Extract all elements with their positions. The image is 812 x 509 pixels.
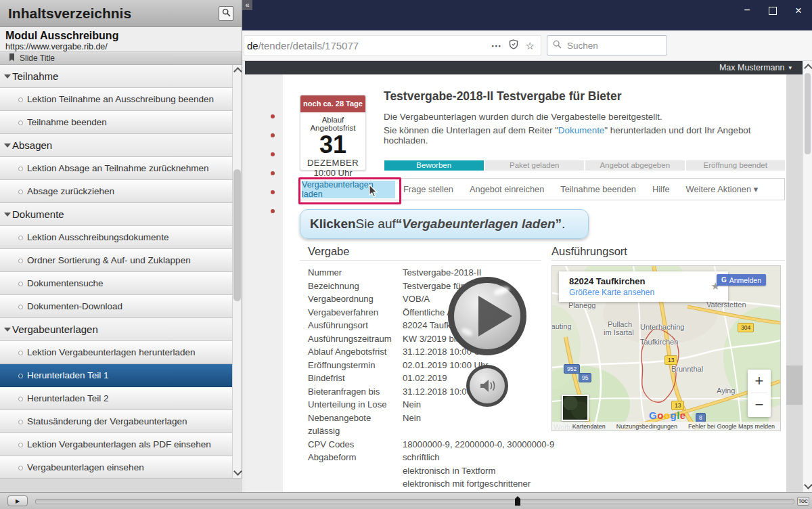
map-widget[interactable]: 82024 Taufkirchen Größere Karte ansehen … <box>551 265 781 431</box>
road-badge-8: 8 <box>696 413 706 422</box>
nutzungsbedingungen-link[interactable]: Nutzungsbedingungen <box>616 423 677 430</box>
toc-item[interactable]: Statusänderung der Vergabeunterlagen <box>0 410 233 433</box>
fehler-melden-link[interactable]: Fehler bei Google Maps melden <box>688 423 775 430</box>
toc-item[interactable]: Teilnahme beenden <box>0 111 233 134</box>
table-row: Bieteranfragen bis31.12.2018 10:00 Uhr <box>308 385 579 399</box>
toc-item[interactable]: Lektion Ausschreibungsdokumente <box>0 226 233 249</box>
player-seek-track[interactable] <box>35 499 794 504</box>
url-path: /tender/details/175077 <box>258 40 359 51</box>
signin-label: Anmelden <box>729 276 761 284</box>
toc-section-teilnahme[interactable]: Teilnahme <box>0 65 233 88</box>
scroll-up-icon[interactable] <box>233 67 242 76</box>
vergabeunterlagen-laden-button[interactable]: Vergabeunterlagen laden <box>302 181 395 198</box>
screen: Inhaltsverzeichnis Modul Ausschreibung h… <box>0 0 812 509</box>
player-play-button[interactable]: ▶ <box>7 495 28 506</box>
row-value: Nein <box>403 412 421 438</box>
abgabeform-line: elektronisch in Textform <box>403 464 550 478</box>
hilfe-button[interactable]: Hilfe <box>652 184 670 194</box>
player-toc-button[interactable]: TOC <box>797 497 809 506</box>
toc-slide-title-row[interactable]: Slide Title <box>0 52 242 65</box>
table-row: BezeichnungTestvergabe für Bieter <box>308 280 579 293</box>
map-zoom-control: + − <box>748 370 771 417</box>
table-row: Ausführungsort82024 Taufkirchen <box>308 319 579 332</box>
toc-section-label: Absagen <box>12 139 52 151</box>
bullet-icon <box>18 374 23 378</box>
table-row: Bindefrist01.02.2019 <box>308 372 579 385</box>
zoom-in-button[interactable]: + <box>748 370 771 393</box>
description-line1: Die Vergabeunterlagen wurden durch die V… <box>384 112 662 122</box>
toc-item-selected[interactable]: Herunterladen Teil 1 <box>0 364 233 387</box>
audio-mute-overlay-button[interactable] <box>466 365 508 407</box>
google-signin-button[interactable]: GAnmelden <box>717 274 766 286</box>
player-seek-handle[interactable] <box>515 496 520 506</box>
search-box[interactable] <box>547 35 667 56</box>
row-value-multiline: schriftlich elektronisch in Textform ele… <box>403 451 550 492</box>
video-play-overlay-button[interactable] <box>448 277 526 355</box>
bookmark-icon <box>9 53 15 64</box>
angebot-einreichen-button[interactable]: Angebot einreichen <box>470 184 544 194</box>
toc-item[interactable]: Ordner Sortierung & Auf- und Zuklappen <box>0 249 233 272</box>
bullet-icon <box>18 351 23 355</box>
toc-section-label: Teilnahme <box>12 70 58 82</box>
toc-item-label: Herunterladen Teil 2 <box>27 393 109 403</box>
toc-section-absagen[interactable]: Absagen <box>0 134 233 157</box>
close-button[interactable]: × <box>789 4 808 18</box>
row-label: Nebenangebote zulässig <box>308 412 403 438</box>
collapse-caret-icon <box>4 328 11 332</box>
toc-item[interactable]: Dokumentensuche <box>0 272 233 295</box>
bookmark-star-icon[interactable]: ☆ <box>526 40 535 52</box>
toc-item[interactable]: Vergabeunterlagen einsehen <box>0 456 233 479</box>
url-bar[interactable]: de /tender/details/175077 ⋯ ☆ <box>244 35 541 56</box>
road-badge-95: 95 <box>579 373 591 382</box>
zoom-out-button[interactable]: − <box>748 393 771 416</box>
shield-icon[interactable] <box>509 39 518 52</box>
table-row: Eröffnungstermin02.01.2019 10:00 Uhr <box>308 359 579 372</box>
page-actions-icon[interactable]: ⋯ <box>491 40 501 52</box>
toc-section-vergabeunterlagen[interactable]: Vergabeunterlagen <box>0 318 233 341</box>
minimize-button[interactable]: − <box>738 4 757 16</box>
toc-item[interactable]: Lektion Teilnahme an Ausschreibung beend… <box>0 88 233 111</box>
toc-item[interactable]: Dokumenten-Download <box>0 295 233 318</box>
toc-item[interactable]: Herunterladen Teil 2 <box>0 387 233 410</box>
map-label-brunnthal: Brunnthal <box>671 365 703 373</box>
teilnahme-beenden-button[interactable]: Teilnahme beenden <box>560 184 636 194</box>
timeline-dot <box>271 209 275 213</box>
toc-search-button[interactable] <box>219 6 233 21</box>
bullet-icon <box>18 236 23 240</box>
step-eroeffnung-beendet: Eröffnung beendet <box>686 160 786 171</box>
row-label: Bezeichnung <box>308 280 403 293</box>
toc-title: Inhaltsverzeichnis <box>0 5 131 22</box>
collapse-sidebar-button[interactable]: « <box>242 0 252 10</box>
toc-scrollbar[interactable] <box>232 65 242 478</box>
toc-item[interactable]: Absage zurückziehen <box>0 180 233 203</box>
inner-scrollbar-thumb[interactable] <box>786 366 803 405</box>
dokumente-link[interactable]: Dokumente <box>558 125 604 135</box>
toc-header: Inhaltsverzeichnis <box>0 0 242 27</box>
toc-scrollbar-thumb[interactable] <box>233 169 241 301</box>
search-input[interactable] <box>566 40 656 51</box>
timeline-dot <box>271 152 275 156</box>
scroll-down-icon[interactable] <box>804 481 812 489</box>
kartendaten-link[interactable]: Kartendaten <box>572 423 606 430</box>
weitere-aktionen-button[interactable]: Weitere Aktionen ▾ <box>686 184 759 194</box>
toc-item[interactable]: Lektion Absage an Teilnahme zurücknehmen <box>0 157 233 180</box>
countdown-label: Ablauf Angebotsfrist <box>300 116 365 132</box>
toc-item[interactable]: Lektion Vergabeunterlagen als PDF einseh… <box>0 433 233 456</box>
countdown-time: 10:00 Uhr <box>300 168 365 179</box>
maximize-button[interactable] <box>763 4 782 18</box>
google-letter: o <box>664 410 671 421</box>
user-menu[interactable]: Max Mustermann ▾ <box>719 63 803 72</box>
browser-scrollbar[interactable] <box>803 61 812 492</box>
toc-item[interactable]: Lektion Vergabeunterlagen herunterladen <box>0 341 233 364</box>
toc-section-dokumente[interactable]: Dokumente <box>0 203 233 226</box>
row-value: 18000000-9, 22000000-0, 30000000-9 <box>403 438 554 451</box>
map-location-title: 82024 Taufkirchen <box>559 271 728 286</box>
satellite-view-thumbnail[interactable] <box>562 395 589 421</box>
frage-stellen-button[interactable]: Frage stellen <box>403 184 453 194</box>
scroll-up-icon[interactable] <box>804 64 812 72</box>
larger-map-link[interactable]: Größere Karte ansehen <box>559 286 728 297</box>
search-icon <box>222 8 231 19</box>
browser-scrollbar-thumb[interactable] <box>805 73 811 154</box>
gloss-highlight <box>460 327 474 338</box>
scroll-down-icon[interactable] <box>233 467 242 476</box>
